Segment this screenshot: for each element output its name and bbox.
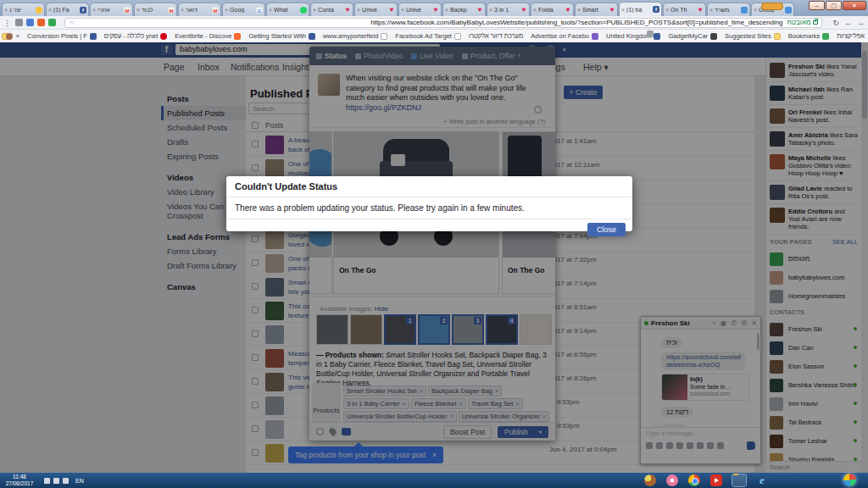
url-text: https://www.facebook.com/BabyBabyLovesWe… [75,19,782,26]
browser-tab[interactable]: × What [266,3,309,16]
tab-close-icon[interactable]: × [489,7,492,13]
bookmark-label: « [16,32,19,40]
reload-icon[interactable]: ↻ [832,19,839,27]
extension-icon[interactable] [37,19,45,26]
browser-tab[interactable]: × On Th [663,3,706,16]
tab-title: Conta [318,7,342,13]
extension-icon[interactable] [48,19,56,26]
tab-favicon [565,7,571,14]
minimize-button[interactable]: – [809,1,825,10]
bookmark-favicon [454,33,461,40]
system-tray [44,478,69,484]
bookmark-item[interactable]: Suggested Sites [725,32,781,40]
maximize-button[interactable]: ▢ [826,1,842,10]
pink-app-icon[interactable] [666,474,678,486]
browser-tab[interactable]: × אחרי [90,3,133,16]
tab-close-icon[interactable]: × [621,7,625,13]
tab-close-icon[interactable]: × [136,7,140,13]
tab-close-icon[interactable]: × [225,7,228,13]
language-indicator[interactable]: EN [75,478,84,484]
browser-toolbar: ⋮ ☆ https://www.facebook.com/BabyBabyLov… [0,16,868,30]
browser-tab[interactable]: × (1) Fa [46,3,89,16]
bookmark-item[interactable]: מערכת דיוור אלקטרו [469,32,523,40]
tab-close-icon[interactable]: × [533,7,537,13]
browser-tab[interactable]: × Folda [531,3,574,16]
bookmark-item[interactable]: אפליקציות [837,32,865,40]
browser-menu-icon[interactable]: ⋮ [3,19,11,27]
browser-tab[interactable]: × Smart [575,3,618,16]
tab-close-icon[interactable]: × [181,7,184,13]
tab-close-icon[interactable]: × [401,7,404,13]
tab-close-icon[interactable]: × [577,7,581,13]
tab-favicon [609,7,615,14]
bookmark-label: www.amyporterfield [323,32,378,40]
forward-icon[interactable]: → [857,19,865,27]
browser-tab[interactable]: × יצר נ [2,3,45,16]
browser-tab[interactable]: × (1) ba [619,2,662,16]
tab-favicon [168,7,175,14]
browser-tab[interactable]: × 3 in 1 [487,3,530,16]
bookmark-favicon [647,30,654,37]
tab-title: משרד [715,7,739,13]
bookmark-item[interactable]: Facebook Ad Target [395,32,461,40]
internet-explorer-app-icon[interactable]: e [756,474,768,486]
bookmark-item[interactable]: Advertise on Facebo [531,32,598,40]
tab-title: לבוד [142,7,166,13]
tab-title: Smart [582,7,607,13]
tab-close-icon[interactable]: × [709,7,713,13]
bookmark-favicon [309,33,315,40]
browser-tab[interactable]: × דואר [178,3,221,16]
modal-overlay [0,42,868,473]
browser-tab[interactable]: × Unive [354,3,398,16]
error-dialog: Couldn't Update Status There was a probl… [226,176,632,231]
browser-tab[interactable]: × Conta [310,3,353,16]
browser-tab[interactable]: × לבוד [134,3,177,16]
tab-close-icon[interactable]: × [269,7,272,13]
tab-close-icon[interactable]: × [4,7,8,13]
tab-close-icon[interactable]: × [754,7,757,13]
network-icon[interactable] [53,478,59,484]
tab-close-icon[interactable]: × [445,7,448,13]
bookmark-item[interactable]: « [16,32,19,40]
session-badge [761,3,783,10]
bookmark-label: Eventbrite - Discove [175,32,231,40]
tab-close-icon[interactable]: × [357,7,360,13]
tab-close-icon[interactable]: × [665,7,669,13]
back-icon[interactable]: ← [844,19,852,27]
start-button[interactable] [843,474,856,486]
extension-icon[interactable] [26,19,34,26]
bookmark-item[interactable]: Getting Started With [248,32,315,40]
tab-favicon [344,7,351,14]
show-hidden-icons[interactable] [44,478,50,484]
media-player-app-icon[interactable] [710,474,722,486]
chrome-app-icon[interactable] [688,474,700,486]
address-bar[interactable]: ☆ https://www.facebook.com/BabyBabyLoves… [64,18,822,28]
tab-close-icon[interactable]: × [92,7,96,13]
browser-tabstrip: × יצר נ × (1) Fa × אחרי × לבוד [0,0,868,16]
tab-favicon [785,7,792,14]
bookmark-star-icon[interactable]: ☆ [69,19,75,26]
volume-icon[interactable] [63,478,69,484]
bookmark-item[interactable]: ynet כלכלה - עסקים [104,32,168,40]
browser-tab[interactable]: × Unive [398,3,442,16]
tab-favicon [653,6,659,13]
close-dialog-button[interactable]: Close [587,223,626,236]
tab-close-icon[interactable]: × [313,7,316,13]
extension-icon[interactable] [15,19,23,26]
tab-title: אחרי [97,7,122,13]
close-button[interactable]: ✕ [843,1,866,10]
paint-app-icon[interactable] [644,474,656,486]
bookmark-label: United Kingdom [606,32,651,40]
bookmark-item[interactable]: Bookmarks [788,32,830,40]
taskbar-clock[interactable]: 11:48 27/06/2017 [0,474,39,487]
browser-tab[interactable]: × Goog [222,3,265,16]
bookmark-item[interactable]: www.amyporterfield [323,32,387,40]
browser-tab[interactable]: × Backp [442,3,486,16]
bookmark-item[interactable]: GadgetMyCar [668,32,717,40]
tab-close-icon[interactable]: × [48,7,52,13]
bookmark-label: GadgetMyCar [668,32,708,40]
bookmark-item[interactable]: Eventbrite - Discove [175,32,241,40]
bookmark-item[interactable]: Conversion Pixels | F [27,32,97,40]
browser-tab[interactable]: × משרד [707,3,750,16]
tab-title: Unive [406,7,431,13]
